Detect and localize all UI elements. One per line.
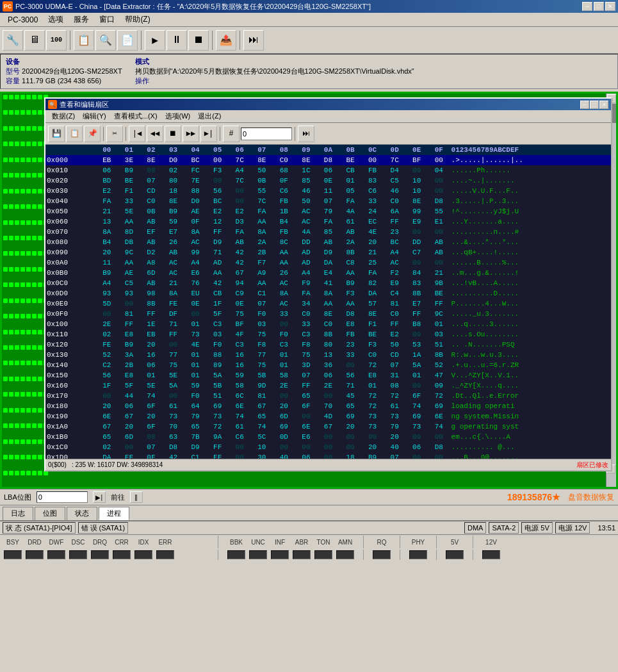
hex-byte-0x0B0-10[interactable]: E4 (317, 268, 339, 278)
hex-byte-0x080-13[interactable]: BC (384, 237, 406, 247)
hex-byte-0x0B0-4[interactable]: E6 (184, 268, 207, 278)
hex-byte-0x1D0-15[interactable]: 00 (428, 452, 450, 459)
hex-byte-0x1A0-5[interactable]: 72 (206, 422, 229, 432)
hex-byte-0x180-8[interactable]: 20 (273, 401, 295, 411)
hex-byte-0x160-10[interactable]: 2E (317, 381, 339, 391)
hex-byte-0x060-2[interactable]: AB (140, 217, 163, 227)
hex-byte-0x0A0-0[interactable]: 11 (96, 258, 118, 268)
hex-byte-0x0D0-13[interactable]: C4 (384, 288, 406, 299)
hex-byte-0x040-2[interactable]: C0 (140, 196, 163, 206)
hex-byte-0x180-13[interactable]: 61 (384, 401, 406, 411)
hex-byte-0x120-0[interactable]: FE (96, 340, 118, 350)
hex-byte-0x000-3[interactable]: D0 (162, 155, 184, 165)
hex-byte-0x100-10[interactable]: C0 (317, 319, 339, 329)
restore-button[interactable]: □ (594, 2, 604, 11)
hex-byte-0x150-14[interactable]: 01 (405, 370, 428, 381)
hex-byte-0x080-2[interactable]: AB (140, 237, 163, 247)
hex-byte-0x1D0-5[interactable]: FF (206, 452, 229, 459)
hex-byte-0x1B0-12[interactable]: 00 (361, 432, 384, 442)
hex-byte-0x0D0-8[interactable]: 8A (273, 288, 295, 299)
hex-byte-0x170-3[interactable]: 00 (162, 391, 184, 401)
hex-byte-0x140-11[interactable]: 00 (339, 360, 362, 370)
hex-byte-0x020-3[interactable]: 80 (162, 176, 184, 186)
hex-byte-0x190-10[interactable]: 4D (317, 411, 339, 422)
hex-byte-0x000-11[interactable]: BE (339, 155, 362, 165)
hex-byte-0x050-7[interactable]: FA (250, 206, 273, 217)
hex-tb-save[interactable]: 💾 (48, 126, 65, 142)
hex-byte-0x160-8[interactable]: 2E (273, 381, 295, 391)
hex-byte-0x040-9[interactable]: 50 (295, 196, 318, 206)
hex-menu-exit[interactable]: 退出(Z) (194, 111, 225, 122)
hex-byte-0x1B0-5[interactable]: 9A (206, 432, 229, 442)
hex-byte-0x120-8[interactable]: C3 (273, 340, 295, 350)
hex-byte-0x1B0-1[interactable]: 6D (118, 432, 140, 442)
hex-byte-0x1C0-1[interactable]: 00 (118, 442, 140, 452)
hex-byte-0x150-12[interactable]: E8 (361, 370, 384, 381)
hex-byte-0x000-14[interactable]: BF (405, 155, 428, 165)
hex-byte-0x190-9[interactable]: 00 (295, 411, 318, 422)
hex-byte-0x070-1[interactable]: 8D (118, 227, 140, 237)
hex-byte-0x190-1[interactable]: 67 (118, 411, 140, 422)
hex-byte-0x130-5[interactable]: 88 (206, 350, 229, 360)
hex-byte-0x160-12[interactable]: 01 (361, 381, 384, 391)
hex-byte-0x110-1[interactable]: E8 (118, 329, 140, 340)
hex-byte-0x1D0-4[interactable]: C1 (184, 452, 207, 459)
hex-byte-0x070-4[interactable]: 8A (184, 227, 207, 237)
hex-byte-0x1A0-1[interactable]: 20 (118, 422, 140, 432)
hex-byte-0x1B0-8[interactable]: 0D (273, 432, 295, 442)
hex-byte-0x0A0-3[interactable]: AC (162, 258, 184, 268)
hex-byte-0x150-8[interactable]: 58 (273, 370, 295, 381)
hex-byte-0x1A0-10[interactable]: 67 (317, 422, 339, 432)
lba-pause-button[interactable]: ‖ (130, 491, 143, 503)
hex-byte-0x0F0-4[interactable]: 00 (184, 309, 207, 319)
hex-byte-0x0E0-4[interactable]: 0E (184, 299, 207, 309)
hex-byte-0x060-14[interactable]: E9 (405, 217, 428, 227)
hex-byte-0x0E0-7[interactable]: 07 (250, 299, 273, 309)
hex-byte-0x170-15[interactable]: 72 (428, 391, 450, 401)
hex-byte-0x0B0-13[interactable]: F2 (384, 268, 406, 278)
hex-byte-0x0E0-13[interactable]: 81 (384, 299, 406, 309)
hex-byte-0x120-14[interactable]: 53 (405, 340, 428, 350)
hex-byte-0x050-2[interactable]: 0B (140, 206, 163, 217)
hex-byte-0x080-3[interactable]: 26 (162, 237, 184, 247)
hex-byte-0x090-14[interactable]: C7 (405, 247, 428, 258)
hex-tb-end2[interactable]: ⏭ (298, 126, 314, 142)
hex-byte-0x060-15[interactable]: E1 (428, 217, 450, 227)
hex-byte-0x040-14[interactable]: 8E (405, 196, 428, 206)
hex-byte-0x080-7[interactable]: 2A (250, 237, 273, 247)
hex-byte-0x050-0[interactable]: 21 (96, 206, 118, 217)
hex-byte-0x0A0-10[interactable]: DA (317, 258, 339, 268)
hex-byte-0x0E0-10[interactable]: AA (317, 299, 339, 309)
hex-byte-0x170-10[interactable]: 00 (317, 391, 339, 401)
hex-byte-0x010-7[interactable]: 50 (250, 165, 273, 176)
hex-byte-0x090-1[interactable]: 9C (118, 247, 140, 258)
hex-byte-0x0F0-0[interactable]: 00 (96, 309, 118, 319)
hex-byte-0x070-11[interactable]: AB (339, 227, 362, 237)
hex-byte-0x130-1[interactable]: 3A (118, 350, 140, 360)
hex-byte-0x1C0-13[interactable]: 40 (384, 442, 406, 452)
hex-byte-0x0C0-10[interactable]: 41 (317, 278, 339, 288)
hex-byte-0x070-12[interactable]: 4E (361, 227, 384, 237)
hex-byte-0x1D0-11[interactable]: 18 (339, 452, 362, 459)
hex-byte-0x040-1[interactable]: 33 (118, 196, 140, 206)
hex-byte-0x1C0-15[interactable]: D8 (428, 442, 450, 452)
hex-byte-0x110-6[interactable]: 4F (229, 329, 251, 340)
hex-byte-0x030-7[interactable]: 55 (250, 186, 273, 196)
hex-byte-0x080-12[interactable]: 20 (361, 237, 384, 247)
hex-byte-0x1C0-7[interactable]: 10 (250, 442, 273, 452)
hex-byte-0x170-9[interactable]: 65 (295, 391, 318, 401)
hex-byte-0x180-6[interactable]: 6E (229, 401, 251, 411)
hex-byte-0x0F0-12[interactable]: 8E (361, 309, 384, 319)
hex-byte-0x120-6[interactable]: C3 (229, 340, 251, 350)
hex-byte-0x180-2[interactable]: 6F (140, 401, 163, 411)
hex-byte-0x0B0-14[interactable]: 84 (405, 268, 428, 278)
tb-copy-icon[interactable]: 📋 (74, 30, 94, 51)
hex-byte-0x160-5[interactable]: 5B (206, 381, 229, 391)
hex-byte-0x020-8[interactable]: 0F (273, 176, 295, 186)
hex-byte-0x070-9[interactable]: 4A (295, 227, 318, 237)
hex-byte-0x050-8[interactable]: 1B (273, 206, 295, 217)
hex-byte-0x060-5[interactable]: 12 (206, 217, 229, 227)
hex-close-button[interactable]: ✕ (599, 101, 608, 109)
hex-byte-0x1B0-0[interactable]: 65 (96, 432, 118, 442)
hex-byte-0x020-0[interactable]: BD (96, 176, 118, 186)
